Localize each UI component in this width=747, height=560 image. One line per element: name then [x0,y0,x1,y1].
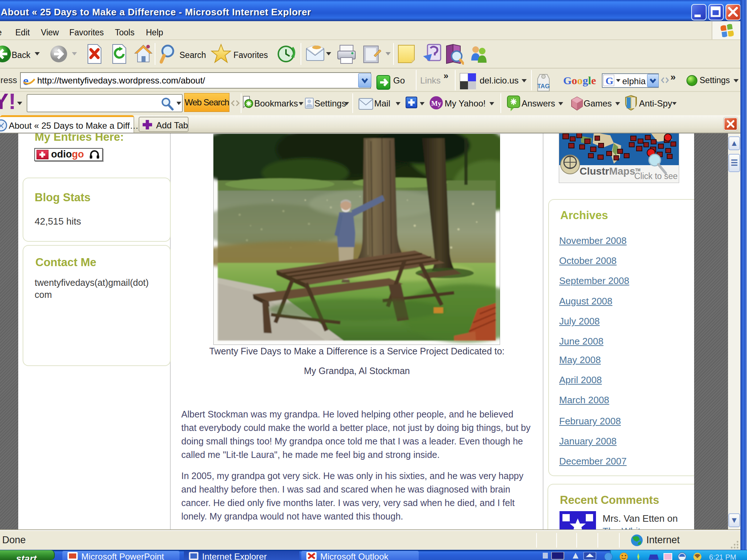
svg-text:TAG: TAG [537,83,550,90]
svg-text:My: My [431,100,441,107]
svg-text:ClustrMapsTM: ClustrMapsTM [580,166,640,177]
svg-text:6:21 PM: 6:21 PM [709,553,736,560]
svg-text:Click to see: Click to see [634,171,678,181]
svg-text:e: e [23,74,28,87]
